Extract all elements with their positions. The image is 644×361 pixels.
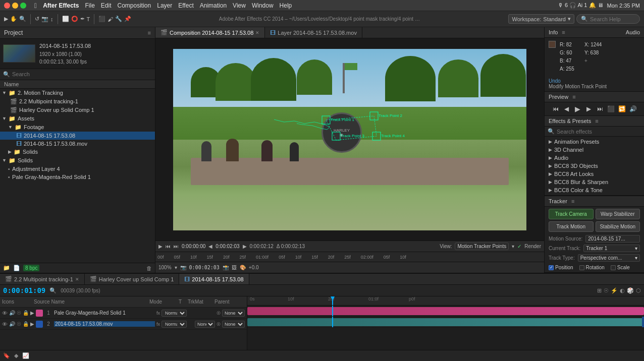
keyframe-btn[interactable]: ◆ [14, 352, 18, 359]
tl-tab-close[interactable]: ✕ [75, 277, 79, 282]
effect-item-bcc8-3d[interactable]: ▶ BCC8 3D Objects [545, 162, 644, 170]
stamp-tool[interactable]: 🔧 [115, 16, 122, 22]
effect-item-bcc8-color[interactable]: ▶ BCC8 Color & Tone [545, 186, 644, 194]
close-button[interactable] [4, 3, 10, 9]
view-menu[interactable]: View [233, 2, 246, 9]
parent-select-2[interactable]: None [222, 321, 245, 328]
prev-frame-btn[interactable]: ⏮ [166, 244, 171, 249]
adjustment-btn[interactable]: ◐ [620, 287, 625, 294]
workspace-selector[interactable]: Workspace: Standard ▾ [508, 14, 574, 24]
project-search-input[interactable] [12, 71, 152, 77]
pan-tool[interactable]: ↕ [50, 16, 53, 22]
zoom-dropdown[interactable]: 100% [158, 265, 172, 270]
layer-effects-1[interactable]: fx [156, 311, 160, 316]
delete-btn[interactable]: 🗑 [146, 265, 152, 271]
layer-expand-1[interactable]: ▶ [30, 310, 34, 316]
prev-frame-btn[interactable]: ◀ [562, 104, 572, 113]
minimize-button[interactable] [12, 3, 18, 9]
skip-to-start-btn[interactable]: ⏮ [551, 104, 561, 113]
tree-item-file1[interactable]: 🎞 2014-08-15 17.53.08 [0, 132, 155, 140]
tree-item-footage[interactable]: ▼ 📁 Footage [0, 123, 155, 132]
layer-mode-select-2[interactable]: Norma [162, 321, 187, 328]
search-timeline-icon[interactable]: 🔍 [49, 287, 57, 294]
file-menu[interactable]: File [85, 2, 94, 9]
warp-stabilizer-btn[interactable]: Warp Stabilizer [596, 209, 640, 219]
audio-btn[interactable]: 🔊 [628, 104, 638, 113]
timeline-tab-multipoint[interactable]: 🎬 2.2 Multipoint tracking-1 ✕ [0, 274, 85, 284]
view-mode-dropdown[interactable]: Motion Tracker Points [455, 243, 509, 250]
3d-btn[interactable]: 🎲 [627, 287, 634, 294]
tree-item-assets[interactable]: ▼ 📁 Assets [0, 114, 155, 123]
undo-label[interactable]: Undo [549, 78, 561, 84]
layer-tab[interactable]: 🎞 Layer 2014-08-15 17.53.08.mov [265, 27, 362, 38]
timeline-tab-footage[interactable]: 🎞 2014-08-15 17.53.08 [179, 274, 249, 284]
effect-item-audio[interactable]: ▶ Audio [545, 154, 644, 162]
effect-item-anim-presets[interactable]: ▶ Animation Presets [545, 138, 644, 146]
layer-row-2[interactable]: 👁 🔊 ☉ 🔒 ▶ 2 2014-08-15 17.53.08.mov fx N… [0, 319, 247, 330]
new-item-btn[interactable]: 📄 [13, 265, 20, 271]
tree-item-pale-gray[interactable]: ▪ Pale Gray-Magenta-Red Solid 1 [0, 173, 155, 181]
tree-item-multipoint[interactable]: 🎬 2.2 Multipoint tracking-1 [0, 97, 155, 106]
expand-collapse-btn[interactable]: ⊞ [597, 287, 602, 294]
next-frame-btn[interactable]: ⏭ [174, 244, 179, 249]
audio-title[interactable]: Audio [626, 29, 640, 35]
layer-visibility-2[interactable]: 👁 [2, 321, 8, 327]
layer-audio-1[interactable]: 🔊 [9, 310, 15, 316]
tracker-menu-icon[interactable]: ≡ [571, 198, 574, 204]
puppet-tool[interactable]: 📌 [124, 16, 131, 22]
track-motion-btn[interactable]: Track Motion [549, 221, 594, 232]
trkmat-select-2[interactable]: None [195, 321, 215, 328]
shape-tool[interactable]: ⬛ [98, 16, 105, 22]
effects-menu-icon[interactable]: ≡ [595, 118, 598, 124]
loop-btn[interactable]: 🔁 [617, 104, 627, 113]
effect-item-bcc8-blur[interactable]: ▶ BCC8 Blur & Sharpen [545, 178, 644, 186]
hand-tool[interactable]: ✋ [10, 16, 17, 22]
preview-menu-icon[interactable]: ≡ [572, 94, 575, 100]
ram-preview-btn[interactable]: ⬛ [606, 104, 616, 113]
render-btn[interactable]: ⬡ [636, 287, 641, 294]
maximize-button[interactable] [20, 3, 26, 9]
layer-row-1[interactable]: 👁 🔊 ☉ 🔒 ▶ 1 Pale Gray-Magenta-Red Solid … [0, 308, 247, 319]
next-frame-btn[interactable]: ▶ [584, 104, 594, 113]
project-search[interactable]: 🔍 [0, 69, 155, 80]
layer-menu[interactable]: Layer [157, 2, 172, 9]
snapshot-btn[interactable]: 📸 [223, 265, 229, 270]
tree-item-solids[interactable]: ▼ 📁 Solids [0, 156, 155, 165]
scale-checkbox[interactable] [611, 265, 616, 270]
app-name[interactable]: After Effects [43, 2, 79, 9]
comp-tab-close[interactable]: ✕ [255, 30, 259, 35]
effects-search[interactable]: 🔍 [545, 127, 644, 137]
search-help-box[interactable]: 🔍 [576, 14, 640, 24]
comp-tab-main[interactable]: 🎬 Composition 2014-08-15 17.53.08 ✕ [155, 27, 265, 38]
solo-btn[interactable]: ☉ [604, 287, 609, 294]
tree-item-file2[interactable]: 🎞 2014-08-15 17.53.08.mov [0, 140, 155, 148]
timeline-tab-harley[interactable]: 🎬 Harley Cover up Solid Comp 1 [85, 274, 180, 284]
project-menu-icon[interactable]: ≡ [148, 30, 151, 36]
scale-checkbox-label[interactable]: Scale [611, 265, 630, 270]
effect-item-3d-channel[interactable]: ▶ 3D Channel [545, 146, 644, 154]
animation-menu[interactable]: Animation [200, 2, 227, 9]
add-marker-btn[interactable]: 🔖 [3, 352, 10, 359]
motion-blur-btn[interactable]: ⚡ [611, 287, 618, 294]
rect-mask-tool[interactable]: ⬜ [62, 16, 69, 22]
skip-to-end-btn[interactable]: ⏭ [595, 104, 605, 113]
rotation-checkbox[interactable] [579, 265, 584, 270]
play-btn[interactable]: ▶ [158, 244, 163, 249]
zoom-tool[interactable]: 🔍 [19, 16, 26, 22]
search-help-input[interactable] [590, 16, 635, 22]
select-tool[interactable]: ▶ [4, 16, 8, 22]
tree-item-solids-sub[interactable]: ▶ 📁 Solids [0, 148, 155, 156]
graph-editor-btn[interactable]: 📈 [22, 352, 29, 359]
position-checkbox[interactable]: ✓ [549, 265, 554, 270]
show-snapshot-btn[interactable]: 🖼 [232, 265, 237, 270]
layer-expand-2[interactable]: ▶ [30, 321, 34, 327]
effect-item-bcc8-art[interactable]: ▶ BCC8 Art Looks [545, 170, 644, 178]
layer-mode-select-1[interactable]: Norma [162, 310, 187, 317]
motion-source-value[interactable]: 2014-08-15 17... [585, 235, 640, 243]
layer-lock-2[interactable]: 🔒 [23, 321, 29, 327]
tree-item-harley[interactable]: 🎬 Harley Cover up Solid Comp 1 [0, 106, 155, 114]
stabilize-motion-btn[interactable]: Stabilize Motion [596, 221, 640, 232]
track-type-dropdown[interactable]: Perspective corn... ▾ [578, 254, 640, 262]
text-tool[interactable]: T [87, 16, 90, 22]
effect-item-bcc8-film[interactable]: ▶ BCC8 Film Style [545, 194, 644, 195]
